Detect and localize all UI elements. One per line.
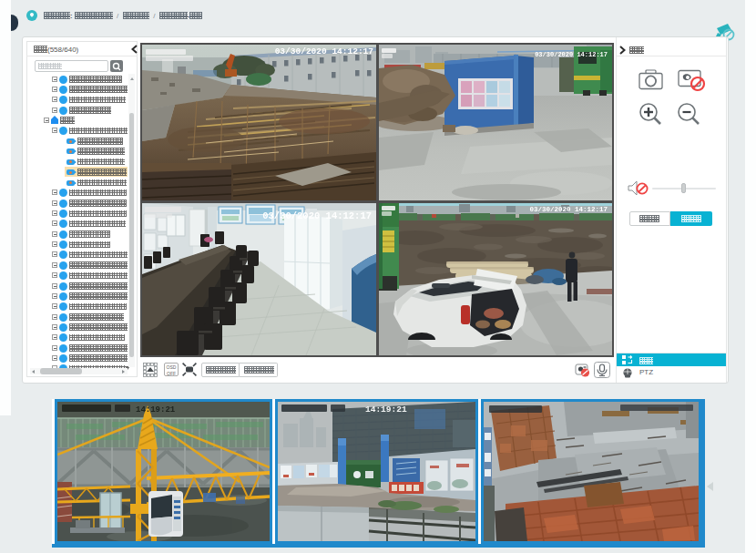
svg-text:03/30/2020 14:12:17: 03/30/2020 14:12:17	[262, 210, 372, 221]
svg-text:03/30/2020 14:12:17: 03/30/2020 14:12:17	[275, 46, 374, 56]
svg-text:03/30/2020 14:12:17: 03/30/2020 14:12:17	[529, 206, 608, 213]
svg-text:14:19:21: 14:19:21	[365, 405, 407, 415]
svg-text:14:19:21: 14:19:21	[136, 405, 176, 415]
svg-text:03/30/2020 14:12:17: 03/30/2020 14:12:17	[535, 51, 608, 58]
